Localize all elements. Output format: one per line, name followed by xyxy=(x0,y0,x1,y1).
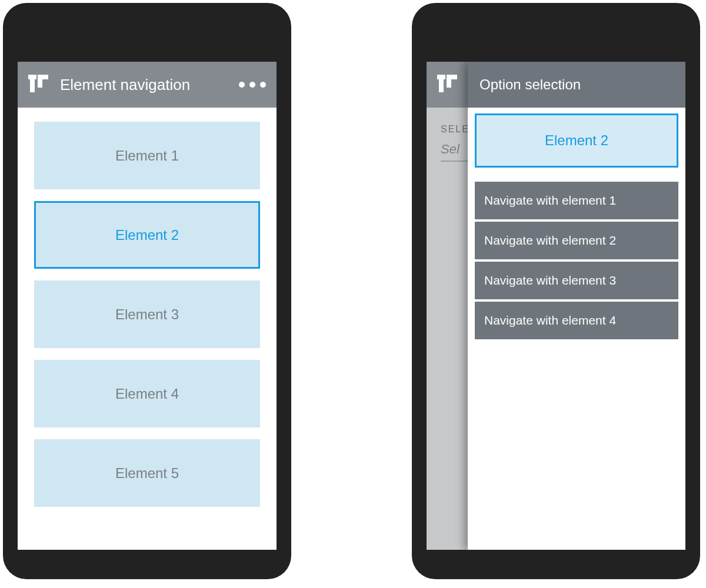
option-selection-panel: Option selection Element 2 Navigate with… xyxy=(468,62,685,550)
overlay-header: Option selection xyxy=(468,62,685,108)
option-item[interactable]: Navigate with element 3 xyxy=(475,262,678,299)
list-item[interactable]: Element 2 xyxy=(34,201,260,269)
tricentis-logo-icon xyxy=(28,75,48,95)
svg-rect-7 xyxy=(447,75,451,88)
option-item-label: Navigate with element 3 xyxy=(484,273,616,288)
list-item-label: Element 4 xyxy=(115,386,179,402)
screen-right: SELECT AN OPTION Sel Option selection El… xyxy=(427,62,685,550)
list-item-label: Element 1 xyxy=(115,148,179,164)
phone-right: SELECT AN OPTION Sel Option selection El… xyxy=(412,3,700,579)
more-menu-icon[interactable] xyxy=(239,82,266,88)
screen-left: Element navigation Element 1 Element 2 E… xyxy=(18,62,277,550)
header-left: Element navigation xyxy=(18,62,277,108)
option-item-label: Navigate with element 4 xyxy=(484,313,616,328)
header-title-left: Element navigation xyxy=(60,76,239,94)
overlay-body: Element 2 Navigate with element 1 Naviga… xyxy=(468,108,685,345)
selected-element-block[interactable]: Element 2 xyxy=(475,113,678,168)
list-item[interactable]: Element 4 xyxy=(34,360,260,427)
selected-element-label: Element 2 xyxy=(545,132,608,149)
options-list: Navigate with element 1 Navigate with el… xyxy=(475,182,678,339)
dot-icon xyxy=(239,82,245,88)
list-item[interactable]: Element 1 xyxy=(34,122,260,189)
list-item-label: Element 3 xyxy=(115,306,179,323)
phone-left: Element navigation Element 1 Element 2 E… xyxy=(3,3,291,579)
option-item-label: Navigate with element 1 xyxy=(484,193,616,208)
list-item-label: Element 5 xyxy=(115,465,179,482)
option-item[interactable]: Navigate with element 4 xyxy=(475,302,678,339)
list-item[interactable]: Element 5 xyxy=(34,439,260,507)
dot-icon xyxy=(249,82,255,88)
svg-rect-3 xyxy=(38,75,42,88)
tricentis-logo-icon xyxy=(437,75,457,95)
option-item[interactable]: Navigate with element 1 xyxy=(475,182,678,219)
option-item-label: Navigate with element 2 xyxy=(484,233,616,248)
list-item-label: Element 2 xyxy=(115,227,179,243)
overlay-title: Option selection xyxy=(479,76,581,93)
dot-icon xyxy=(260,82,266,88)
element-list: Element 1 Element 2 Element 3 Element 4 … xyxy=(18,108,277,521)
svg-rect-5 xyxy=(439,75,444,92)
list-item[interactable]: Element 3 xyxy=(34,280,260,348)
svg-rect-1 xyxy=(30,75,35,92)
option-item[interactable]: Navigate with element 2 xyxy=(475,222,678,259)
